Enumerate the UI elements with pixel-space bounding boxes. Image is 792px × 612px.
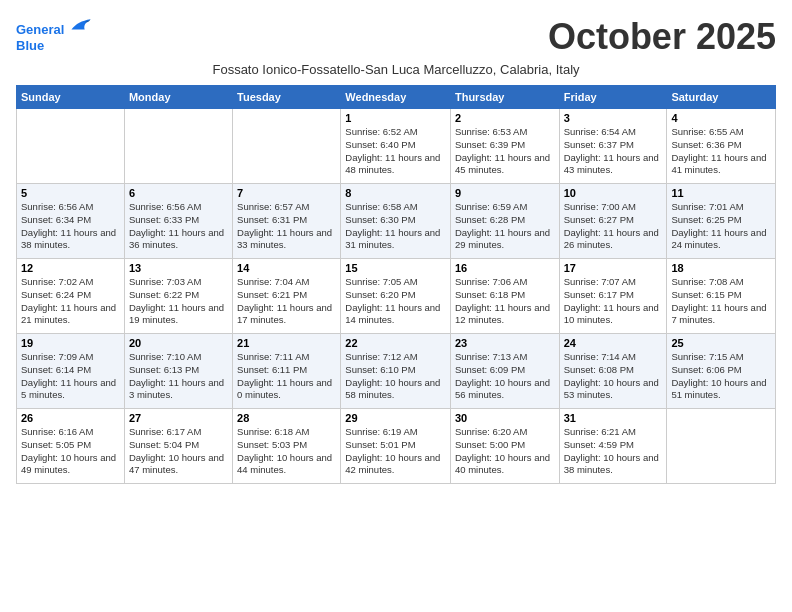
calendar-week-row: 26Sunrise: 6:16 AM Sunset: 5:05 PM Dayli…	[17, 409, 776, 484]
weekday-header: Tuesday	[233, 86, 341, 109]
day-number: 30	[455, 412, 555, 424]
day-info: Sunrise: 6:18 AM Sunset: 5:03 PM Dayligh…	[237, 426, 336, 477]
page-header: General Blue October 2025	[16, 16, 776, 58]
day-number: 27	[129, 412, 228, 424]
calendar-cell: 10Sunrise: 7:00 AM Sunset: 6:27 PM Dayli…	[559, 184, 667, 259]
day-number: 29	[345, 412, 446, 424]
calendar-cell: 25Sunrise: 7:15 AM Sunset: 6:06 PM Dayli…	[667, 334, 776, 409]
weekday-header: Saturday	[667, 86, 776, 109]
calendar-cell: 26Sunrise: 6:16 AM Sunset: 5:05 PM Dayli…	[17, 409, 125, 484]
calendar-week-row: 19Sunrise: 7:09 AM Sunset: 6:14 PM Dayli…	[17, 334, 776, 409]
day-info: Sunrise: 6:59 AM Sunset: 6:28 PM Dayligh…	[455, 201, 555, 252]
day-number: 12	[21, 262, 120, 274]
day-number: 16	[455, 262, 555, 274]
day-number: 13	[129, 262, 228, 274]
calendar-cell	[17, 109, 125, 184]
calendar-cell: 11Sunrise: 7:01 AM Sunset: 6:25 PM Dayli…	[667, 184, 776, 259]
day-info: Sunrise: 7:05 AM Sunset: 6:20 PM Dayligh…	[345, 276, 446, 327]
day-info: Sunrise: 7:14 AM Sunset: 6:08 PM Dayligh…	[564, 351, 663, 402]
calendar-cell: 30Sunrise: 6:20 AM Sunset: 5:00 PM Dayli…	[450, 409, 559, 484]
day-info: Sunrise: 7:06 AM Sunset: 6:18 PM Dayligh…	[455, 276, 555, 327]
location-title: Fossato Ionico-Fossatello-San Luca Marce…	[16, 62, 776, 77]
calendar-cell: 23Sunrise: 7:13 AM Sunset: 6:09 PM Dayli…	[450, 334, 559, 409]
calendar-cell: 15Sunrise: 7:05 AM Sunset: 6:20 PM Dayli…	[341, 259, 451, 334]
calendar-cell: 31Sunrise: 6:21 AM Sunset: 4:59 PM Dayli…	[559, 409, 667, 484]
day-number: 8	[345, 187, 446, 199]
calendar-cell: 17Sunrise: 7:07 AM Sunset: 6:17 PM Dayli…	[559, 259, 667, 334]
day-number: 20	[129, 337, 228, 349]
day-info: Sunrise: 6:54 AM Sunset: 6:37 PM Dayligh…	[564, 126, 663, 177]
day-info: Sunrise: 7:04 AM Sunset: 6:21 PM Dayligh…	[237, 276, 336, 327]
day-number: 4	[671, 112, 771, 124]
day-info: Sunrise: 6:56 AM Sunset: 6:34 PM Dayligh…	[21, 201, 120, 252]
calendar-cell: 3Sunrise: 6:54 AM Sunset: 6:37 PM Daylig…	[559, 109, 667, 184]
day-number: 6	[129, 187, 228, 199]
day-info: Sunrise: 6:21 AM Sunset: 4:59 PM Dayligh…	[564, 426, 663, 477]
calendar-cell	[667, 409, 776, 484]
calendar-cell: 12Sunrise: 7:02 AM Sunset: 6:24 PM Dayli…	[17, 259, 125, 334]
calendar-cell: 4Sunrise: 6:55 AM Sunset: 6:36 PM Daylig…	[667, 109, 776, 184]
day-info: Sunrise: 6:16 AM Sunset: 5:05 PM Dayligh…	[21, 426, 120, 477]
calendar-cell: 18Sunrise: 7:08 AM Sunset: 6:15 PM Dayli…	[667, 259, 776, 334]
day-number: 21	[237, 337, 336, 349]
day-number: 18	[671, 262, 771, 274]
day-info: Sunrise: 7:13 AM Sunset: 6:09 PM Dayligh…	[455, 351, 555, 402]
day-number: 26	[21, 412, 120, 424]
calendar-week-row: 1Sunrise: 6:52 AM Sunset: 6:40 PM Daylig…	[17, 109, 776, 184]
calendar-cell: 22Sunrise: 7:12 AM Sunset: 6:10 PM Dayli…	[341, 334, 451, 409]
day-number: 31	[564, 412, 663, 424]
day-number: 15	[345, 262, 446, 274]
logo-text: General	[16, 16, 92, 38]
calendar-cell: 16Sunrise: 7:06 AM Sunset: 6:18 PM Dayli…	[450, 259, 559, 334]
day-info: Sunrise: 6:53 AM Sunset: 6:39 PM Dayligh…	[455, 126, 555, 177]
calendar-cell: 5Sunrise: 6:56 AM Sunset: 6:34 PM Daylig…	[17, 184, 125, 259]
day-info: Sunrise: 6:55 AM Sunset: 6:36 PM Dayligh…	[671, 126, 771, 177]
calendar-cell: 14Sunrise: 7:04 AM Sunset: 6:21 PM Dayli…	[233, 259, 341, 334]
weekday-header: Thursday	[450, 86, 559, 109]
day-number: 23	[455, 337, 555, 349]
logo-blue-text: Blue	[16, 38, 92, 54]
day-info: Sunrise: 7:00 AM Sunset: 6:27 PM Dayligh…	[564, 201, 663, 252]
calendar-cell: 13Sunrise: 7:03 AM Sunset: 6:22 PM Dayli…	[124, 259, 232, 334]
day-info: Sunrise: 7:15 AM Sunset: 6:06 PM Dayligh…	[671, 351, 771, 402]
calendar-cell: 29Sunrise: 6:19 AM Sunset: 5:01 PM Dayli…	[341, 409, 451, 484]
calendar-cell: 19Sunrise: 7:09 AM Sunset: 6:14 PM Dayli…	[17, 334, 125, 409]
day-info: Sunrise: 7:02 AM Sunset: 6:24 PM Dayligh…	[21, 276, 120, 327]
day-number: 28	[237, 412, 336, 424]
day-number: 10	[564, 187, 663, 199]
calendar-cell: 8Sunrise: 6:58 AM Sunset: 6:30 PM Daylig…	[341, 184, 451, 259]
day-number: 19	[21, 337, 120, 349]
weekday-header: Monday	[124, 86, 232, 109]
logo: General Blue	[16, 16, 92, 53]
day-number: 2	[455, 112, 555, 124]
day-info: Sunrise: 6:19 AM Sunset: 5:01 PM Dayligh…	[345, 426, 446, 477]
day-info: Sunrise: 7:10 AM Sunset: 6:13 PM Dayligh…	[129, 351, 228, 402]
logo-bird-icon	[70, 16, 92, 34]
calendar-table: SundayMondayTuesdayWednesdayThursdayFrid…	[16, 85, 776, 484]
day-info: Sunrise: 7:03 AM Sunset: 6:22 PM Dayligh…	[129, 276, 228, 327]
day-info: Sunrise: 7:09 AM Sunset: 6:14 PM Dayligh…	[21, 351, 120, 402]
day-info: Sunrise: 6:57 AM Sunset: 6:31 PM Dayligh…	[237, 201, 336, 252]
day-number: 25	[671, 337, 771, 349]
calendar-cell: 2Sunrise: 6:53 AM Sunset: 6:39 PM Daylig…	[450, 109, 559, 184]
day-info: Sunrise: 7:08 AM Sunset: 6:15 PM Dayligh…	[671, 276, 771, 327]
day-info: Sunrise: 6:56 AM Sunset: 6:33 PM Dayligh…	[129, 201, 228, 252]
day-number: 14	[237, 262, 336, 274]
day-number: 22	[345, 337, 446, 349]
calendar-cell: 7Sunrise: 6:57 AM Sunset: 6:31 PM Daylig…	[233, 184, 341, 259]
calendar-cell: 27Sunrise: 6:17 AM Sunset: 5:04 PM Dayli…	[124, 409, 232, 484]
day-info: Sunrise: 6:17 AM Sunset: 5:04 PM Dayligh…	[129, 426, 228, 477]
day-number: 11	[671, 187, 771, 199]
day-number: 3	[564, 112, 663, 124]
weekday-header-row: SundayMondayTuesdayWednesdayThursdayFrid…	[17, 86, 776, 109]
calendar-cell: 9Sunrise: 6:59 AM Sunset: 6:28 PM Daylig…	[450, 184, 559, 259]
calendar-cell: 21Sunrise: 7:11 AM Sunset: 6:11 PM Dayli…	[233, 334, 341, 409]
calendar-cell: 20Sunrise: 7:10 AM Sunset: 6:13 PM Dayli…	[124, 334, 232, 409]
day-info: Sunrise: 7:07 AM Sunset: 6:17 PM Dayligh…	[564, 276, 663, 327]
calendar-cell: 1Sunrise: 6:52 AM Sunset: 6:40 PM Daylig…	[341, 109, 451, 184]
day-number: 24	[564, 337, 663, 349]
day-info: Sunrise: 7:12 AM Sunset: 6:10 PM Dayligh…	[345, 351, 446, 402]
day-number: 1	[345, 112, 446, 124]
day-info: Sunrise: 6:52 AM Sunset: 6:40 PM Dayligh…	[345, 126, 446, 177]
calendar-week-row: 5Sunrise: 6:56 AM Sunset: 6:34 PM Daylig…	[17, 184, 776, 259]
